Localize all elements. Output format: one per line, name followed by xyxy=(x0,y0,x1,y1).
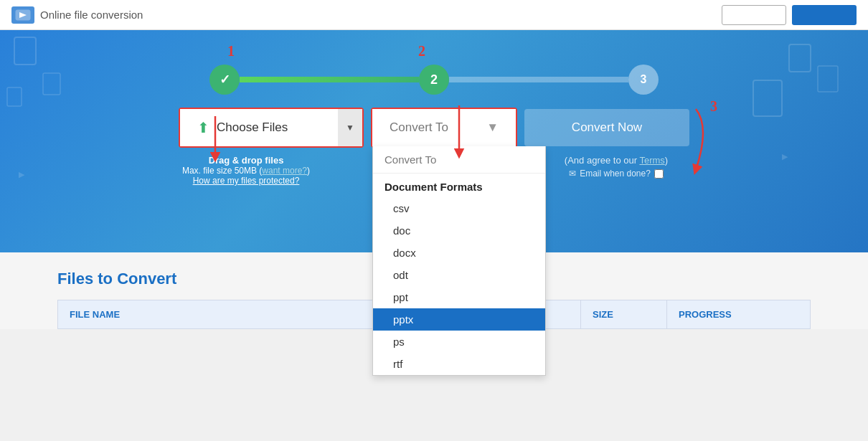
files-title-colored: Convert xyxy=(117,270,176,288)
step3-number-label: 3 xyxy=(710,98,717,115)
header-buttons xyxy=(722,5,857,25)
dropdown-item-odt[interactable]: odt xyxy=(373,264,545,286)
step2-circle: 2 xyxy=(419,65,449,95)
terms-link[interactable]: Terms xyxy=(639,155,664,166)
email-checkbox[interactable] xyxy=(654,169,664,179)
how-protected-hint: How are my files protected? xyxy=(155,176,337,186)
convert-to-spacer xyxy=(344,155,512,186)
arrow2-container xyxy=(445,102,473,162)
choose-files-hints: Drag & drop files Max. file size 50MB (w… xyxy=(155,155,337,186)
steps-container: 1 ✓ 2 2 3 xyxy=(57,43,811,95)
convert-now-label: Convert Now xyxy=(572,120,642,134)
step1-circle: ✓ xyxy=(209,65,240,95)
max-size-text: Max. file size 50MB ( xyxy=(182,166,262,176)
step1-line xyxy=(240,77,419,82)
svg-rect-6 xyxy=(818,66,838,92)
arrow2-icon xyxy=(445,102,473,159)
choose-files-dropdown-button[interactable]: ▼ xyxy=(338,109,362,146)
step3-circle: 3 xyxy=(628,65,659,95)
logo-icon xyxy=(11,6,34,24)
hero-section: ▶ ▶ 1 ✓ 2 2 3 xyxy=(0,30,868,252)
convert-to-group: Convert To ▼ Convert To Document Formats… xyxy=(371,108,517,148)
max-size-hint: Max. file size 50MB (want more?) xyxy=(155,166,337,176)
step2-number-label: 2 xyxy=(418,43,425,60)
dropdown-item-ppt[interactable]: ppt xyxy=(373,286,545,308)
header-blue-button[interactable] xyxy=(792,5,857,25)
dropdown-item-ps[interactable]: ps xyxy=(373,331,545,353)
drag-drop-hint: Drag & drop files xyxy=(155,155,337,166)
email-label: Email when done? xyxy=(580,169,651,179)
convert-to-arrow-icon: ▼ xyxy=(486,120,499,135)
convert-to-label: Convert To xyxy=(390,120,448,135)
max-size-end: ) xyxy=(307,166,310,176)
convert-now-button[interactable]: Convert Now xyxy=(524,109,689,146)
arrow1-container xyxy=(201,113,230,166)
step2-wrapper: 2 xyxy=(419,65,449,95)
dropdown-item-pptx[interactable]: pptx xyxy=(373,308,545,331)
dropdown-item-csv[interactable]: csv xyxy=(373,197,545,219)
dropdown-item-doc[interactable]: doc xyxy=(373,219,545,242)
step1-number-label: 1 xyxy=(227,43,235,60)
envelope-icon: ✉ xyxy=(569,169,576,179)
col-progress: PROGRESS xyxy=(667,300,811,329)
arrow3-container: 3 xyxy=(674,105,717,180)
site-title: Online file conversion xyxy=(40,9,143,21)
step3-wrapper: 3 xyxy=(628,65,659,95)
dropdown-item-rtf[interactable]: rtf xyxy=(373,353,545,375)
svg-rect-7 xyxy=(7,87,22,106)
step1-wrapper: ✓ xyxy=(209,65,240,95)
header-outline-button[interactable] xyxy=(722,5,786,25)
convert-to-button[interactable]: Convert To ▼ xyxy=(372,109,516,146)
header: Online file conversion xyxy=(0,0,868,30)
col-size: SIZE xyxy=(581,300,667,329)
want-more-link[interactable]: want more? xyxy=(262,166,307,176)
files-title-plain: Files to xyxy=(57,270,117,288)
how-protected-link[interactable]: How are my files protected? xyxy=(193,176,300,186)
choose-files-arrow-icon: ▼ xyxy=(346,123,354,133)
dropdown-item-docx[interactable]: docx xyxy=(373,242,545,264)
svg-text:▶: ▶ xyxy=(19,170,25,179)
logo-area: Online file conversion xyxy=(11,6,143,24)
step2-line xyxy=(449,77,628,82)
arrow1-icon xyxy=(201,113,230,163)
arrow3-icon xyxy=(674,105,717,177)
svg-rect-2 xyxy=(14,37,36,65)
